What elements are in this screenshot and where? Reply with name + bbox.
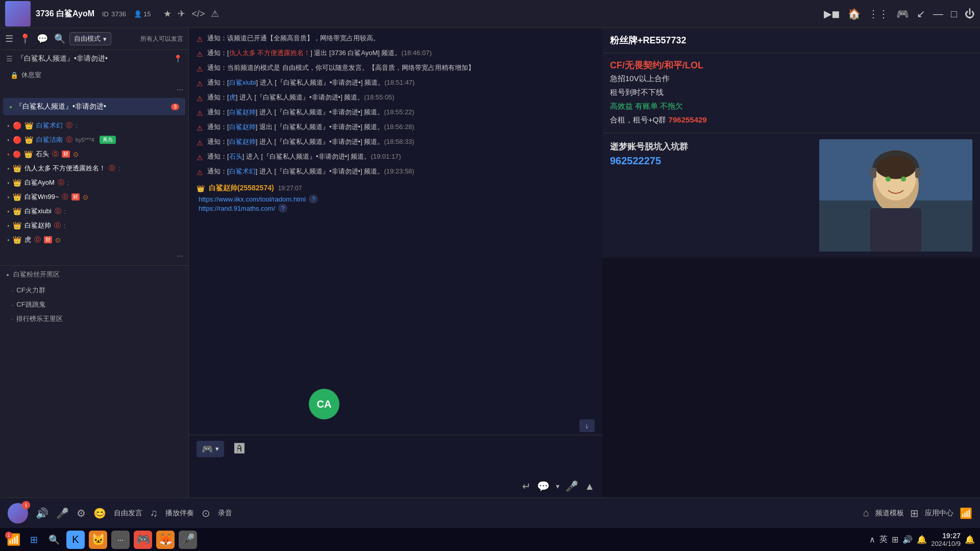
apps-label[interactable]: 应用中心 [925, 509, 953, 518]
video-icon[interactable]: ▶◼ [824, 8, 840, 20]
notice-9: ⚠ 通知：[石头] 进入 [『白鲨私人频道』•非请勿进•] 频道。(19:01:… [197, 152, 595, 163]
search-icon[interactable]: 🔍 [54, 33, 65, 44]
list-item[interactable]: ● 🔴 👑 白鲨洁南 ⓪ hy5***4 离岛 [0, 133, 188, 147]
taskbar-notif-badge: 1 [5, 532, 12, 539]
more-dots-1[interactable]: ··· [177, 85, 183, 94]
user-avatar-bottom[interactable]: 1 [8, 503, 28, 523]
notice-text-10: 通知：[白鲨术幻] 进入 [『白鲨私人频道』•非请勿进•] 频道。(19:23:… [207, 166, 414, 177]
taskbar-app-k[interactable]: K [66, 531, 85, 549]
user-dot-9: ● [7, 238, 10, 242]
emoji-bottom-icon[interactable]: 😊 [93, 507, 106, 519]
list-item[interactable]: ● 👑 白鲨Wn99~ ⓪ 财 ⊙ [0, 190, 188, 204]
taskbar-search-icon[interactable]: 🔍 [46, 532, 62, 548]
sub-channel-label-2: CF跳跳鬼 [16, 300, 45, 309]
list-item[interactable]: ● 🔴 👑 白鲨术幻 ⓪ : [0, 118, 188, 133]
apps-grid-icon[interactable]: ⊞ [910, 507, 919, 519]
comment-icon[interactable]: 💬 [537, 480, 550, 492]
taskbar-input-icon[interactable]: 英 [879, 534, 888, 545]
settings-bottom-icon[interactable]: ⚙ [77, 507, 86, 519]
up-icon[interactable]: ▲ [584, 481, 595, 492]
maximize-icon[interactable]: □ [951, 8, 957, 20]
taskbar-time[interactable]: 19:27 2024/10/9 [931, 532, 961, 547]
username-6: 白鲨Wn99~ [24, 192, 59, 202]
taskbar-app-mic2[interactable]: 🎤 [179, 531, 197, 549]
msg-link-1[interactable]: https://www.iikx.com/tool/radom.html [197, 195, 306, 203]
mic-icon[interactable]: 🎤 [56, 507, 69, 519]
chat-input[interactable] [197, 461, 595, 478]
music-icon[interactable]: ♫ [150, 507, 158, 519]
list-item[interactable]: ● 👑 白鲨AyoM ⓪ : [0, 176, 188, 190]
notice-6: ⚠ 通知：[白鲨赵帅] 进入 [『白鲨私人频道』•非请勿进•] 频道。(18:5… [197, 107, 595, 119]
list-item[interactable]: ● 👑 白鲨赵帅 ⓪ : [0, 218, 188, 233]
share-icon[interactable]: </> [191, 9, 205, 19]
power-icon[interactable]: ⏻ [965, 8, 975, 20]
taskbar-app-more[interactable]: ··· [111, 531, 130, 549]
chat-sidebar-icon[interactable]: 💬 [37, 33, 48, 44]
mode-selector[interactable]: 自由模式 ▾ [69, 32, 111, 45]
comment-arrow[interactable]: ▾ [556, 482, 559, 490]
taskbar: 📶 1 ⊞ 🔍 K 🐱 ··· 🎮 🦊 🎤 ∧ 英 ⊞ 🔊 🔔 19:27 20… [0, 528, 980, 551]
send-icon[interactable]: ↵ [522, 480, 531, 492]
record-label[interactable]: 录音 [218, 509, 232, 518]
channel-title[interactable]: 『白鲨私人频道』•非请勿进• [17, 54, 108, 63]
taskbar-app-fox[interactable]: 🦊 [156, 531, 175, 549]
msg-link-2[interactable]: https://rand.91maths.com/ [197, 205, 275, 212]
scroll-down-button[interactable]: ↓ [579, 419, 595, 432]
download-icon[interactable]: ↙ [917, 8, 925, 20]
signal-icon[interactable]: 📶 [960, 507, 972, 519]
taskbar-app-cat[interactable]: 🐱 [89, 531, 107, 549]
list-item[interactable]: ● 👑 白鲨xiubi ⓪ : [0, 204, 188, 218]
taskbar-bell-icon[interactable]: 🔔 [965, 535, 975, 544]
template-label[interactable]: 频道模板 [875, 509, 904, 518]
finance-icon: 财 [62, 151, 70, 158]
msg-link-row-1: https://www.iikx.com/tool/radom.html ? [197, 194, 595, 204]
right-panel: 粉丝牌+RE557732 CF/无畏契约/和平/LOL 急招10V以上合作 租号… [602, 28, 980, 497]
list-icon[interactable]: ☰ [5, 33, 13, 44]
minimize-icon[interactable]: — [933, 8, 943, 20]
taskbar-network-icon[interactable]: 🔔 [917, 535, 927, 544]
windows-icon[interactable]: ⊞ [26, 532, 42, 548]
taskbar-volume-icon[interactable]: 🔊 [902, 535, 913, 544]
sub-channel-3[interactable]: - 排行榜乐王里区 [0, 312, 188, 326]
fans-title: 粉丝牌+RE557732 [602, 28, 980, 53]
emoji-button[interactable]: 🎮 ▾ [197, 441, 224, 457]
taskbar-app-game[interactable]: 🎮 [134, 531, 152, 549]
list-item[interactable]: ● 👑 仇人太多 不方便透露姓名！ ⓪ : [0, 161, 188, 176]
active-channel[interactable]: ● 『白鲨私人频道』•非请勿进• 9 [3, 98, 185, 115]
notice-icon-4: ⚠ [197, 79, 203, 89]
record-icon[interactable]: ⊙ [202, 507, 210, 519]
mic-chat-icon[interactable]: 🎤 [566, 480, 578, 492]
template-icon[interactable]: ⌂ [863, 507, 869, 519]
star-icon[interactable]: ★ [163, 8, 172, 19]
taskbar-display-icon[interactable]: ⊞ [892, 535, 898, 544]
taskbar-up-icon[interactable]: ∧ [869, 535, 875, 544]
grid-icon[interactable]: ⋮⋮ [868, 8, 889, 20]
more-dots-2[interactable]: ··· [177, 252, 183, 261]
sub-channel-1[interactable]: - CF火力群 [0, 283, 188, 297]
ad-text-block: 逝梦账号脱坑入坑群 962522275 [610, 139, 814, 167]
question-icon-1[interactable]: ? [309, 194, 318, 204]
playlist-label[interactable]: 播放伴奏 [165, 509, 194, 518]
list-item[interactable]: ● 🔴 👑 石头 ⓪ 财 ⊙ [0, 147, 188, 161]
airplane-icon[interactable]: ✈ [178, 8, 185, 19]
home-icon[interactable]: 🏠 [848, 8, 861, 20]
avatar[interactable] [5, 1, 31, 27]
location-sidebar-icon[interactable]: 📍 [19, 33, 31, 44]
question-icon-2[interactable]: ? [278, 204, 287, 213]
translate-button[interactable]: 🅰 [229, 440, 250, 457]
bottom-bar: 1 🔊 🎤 ⚙ 😊 自由发言 ♫ 播放伴奏 ⊙ 录音 ⌂ 频道模板 ⊞ 应用中心… [0, 497, 980, 528]
list-item[interactable]: ● 👑 虎 ⓪ 财 ⊙ [0, 233, 188, 247]
id-icon: ID [102, 10, 109, 18]
notice-icon-8: ⚠ [197, 138, 203, 148]
warning-icon[interactable]: ⚠ [211, 8, 219, 19]
notice-text-5: 通知：[虎] 进入 [『白鲨私人频道』•非请勿进•] 频道。(18:55:05) [207, 92, 395, 103]
rest-room[interactable]: 🔒 休息室 [0, 67, 188, 83]
section-divider-2: ··· [0, 249, 188, 263]
section-header[interactable]: ● 白鲨粉丝开黑区 [0, 265, 188, 283]
volume-icon[interactable]: 🔊 [36, 507, 48, 519]
mode-label-bottom[interactable]: 自由发言 [114, 509, 142, 518]
svg-rect-5 [870, 208, 921, 252]
location-icon[interactable]: 📍 [174, 55, 182, 63]
gamepad-icon[interactable]: 🎮 [896, 8, 909, 20]
sub-channel-2[interactable]: - CF跳跳鬼 [0, 297, 188, 312]
